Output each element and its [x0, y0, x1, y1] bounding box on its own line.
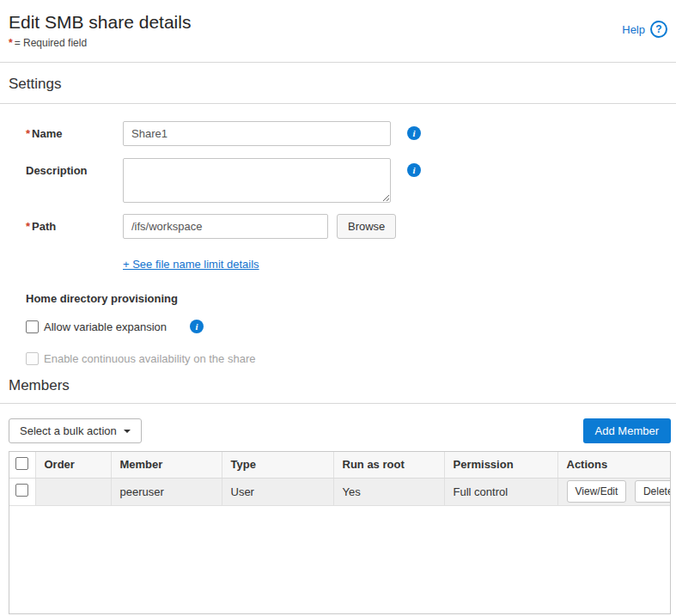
column-header-order: Order: [35, 452, 111, 478]
members-toolbar: Select a bulk action Add Member: [0, 404, 676, 443]
members-table-container: Order Member Type Run as root Permission…: [9, 451, 671, 614]
table-row: peeruser User Yes Full control View/Edit…: [9, 478, 670, 505]
row-permission-cell: Full control: [444, 478, 557, 505]
column-header-run-as-root: Run as root: [333, 452, 444, 478]
settings-section-title: Settings: [0, 63, 676, 103]
members-section-title: Members: [0, 365, 676, 403]
select-all-checkbox[interactable]: [15, 457, 28, 470]
bulk-action-label: Select a bulk action: [20, 424, 117, 437]
required-note-text: = Required field: [15, 37, 87, 49]
required-asterisk: *: [9, 37, 13, 49]
continuous-availability-row: Enable continuous availability on the sh…: [26, 352, 676, 365]
required-field-note: *= Required field: [9, 37, 667, 49]
home-directory-provisioning-label: Home directory provisioning: [26, 292, 676, 305]
row-member-cell: peeruser: [111, 478, 222, 505]
row-order-cell: [35, 478, 111, 505]
description-row: Description i: [26, 158, 676, 203]
name-required-asterisk: *: [26, 127, 30, 140]
column-header-member: Member: [111, 452, 222, 478]
description-label: Description: [26, 158, 123, 177]
name-row: *Name i: [26, 121, 676, 146]
page-header: Edit SMB share details *= Required field…: [0, 0, 676, 62]
name-input[interactable]: [123, 121, 391, 146]
path-label: *Path: [26, 214, 123, 233]
continuous-availability-label: Enable continuous availability on the sh…: [44, 352, 255, 365]
settings-divider: [0, 103, 676, 104]
file-name-limit-link[interactable]: + See file name limit details: [123, 258, 259, 271]
caret-down-icon: [124, 430, 131, 433]
select-all-cell: [9, 452, 35, 478]
path-required-asterisk: *: [26, 220, 30, 233]
row-select-cell: [9, 478, 35, 505]
allow-variable-expansion-checkbox[interactable]: [26, 320, 39, 333]
name-label: *Name: [26, 121, 123, 140]
delete-button[interactable]: Delete: [635, 480, 670, 503]
path-row: *Path Browse: [26, 214, 676, 239]
allow-variable-expansion-info-icon[interactable]: i: [190, 320, 204, 333]
settings-form: *Name i Description i *Path Browse + See…: [0, 121, 676, 365]
help-link[interactable]: Help ?: [622, 21, 667, 38]
row-type-cell: User: [222, 478, 333, 505]
page-title: Edit SMB share details: [9, 11, 667, 33]
description-input[interactable]: [123, 158, 391, 203]
name-info-icon[interactable]: i: [407, 126, 421, 140]
description-info-icon[interactable]: i: [407, 163, 421, 177]
browse-button[interactable]: Browse: [337, 214, 396, 239]
row-actions-cell: View/Edit Delete: [557, 478, 670, 505]
row-run-as-root-cell: Yes: [333, 478, 444, 505]
add-member-button[interactable]: Add Member: [583, 418, 671, 443]
row-select-checkbox[interactable]: [15, 484, 28, 497]
help-question-icon[interactable]: ?: [650, 21, 667, 38]
continuous-availability-checkbox: [26, 352, 39, 365]
allow-variable-expansion-label[interactable]: Allow variable expansion: [44, 320, 167, 333]
path-input[interactable]: [123, 214, 328, 239]
table-header-row: Order Member Type Run as root Permission…: [9, 452, 670, 478]
allow-variable-expansion-row: Allow variable expansion i: [26, 320, 676, 333]
help-label[interactable]: Help: [622, 23, 645, 36]
column-header-permission: Permission: [444, 452, 557, 478]
column-header-type: Type: [222, 452, 333, 478]
view-edit-button[interactable]: View/Edit: [567, 480, 627, 503]
column-header-actions: Actions: [557, 452, 670, 478]
members-table: Order Member Type Run as root Permission…: [9, 452, 670, 506]
bulk-action-dropdown[interactable]: Select a bulk action: [9, 418, 142, 443]
